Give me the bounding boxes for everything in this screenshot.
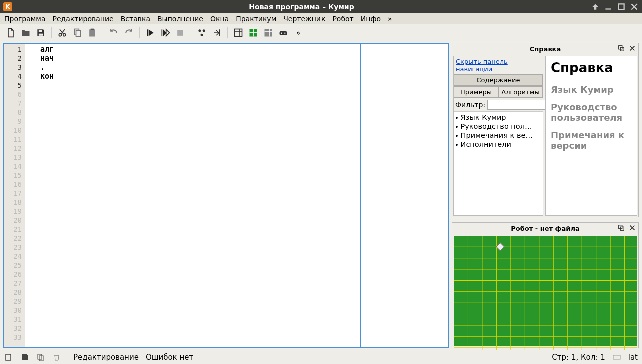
menu-info[interactable]: Инфо xyxy=(361,15,381,23)
svg-point-31 xyxy=(284,32,286,34)
menu-more[interactable]: » xyxy=(388,15,392,23)
robot-panel-title: Робот - нет файла xyxy=(511,225,579,232)
help-section[interactable]: Язык Кумир xyxy=(551,84,632,95)
statusbar: Редактирование Ошибок нет Стр: 1, Кол: 1… xyxy=(0,350,642,364)
help-section[interactable]: Примечания к версии xyxy=(551,130,632,151)
svg-rect-63 xyxy=(613,355,620,359)
cut-button[interactable] xyxy=(56,26,69,39)
status-save-icon[interactable] xyxy=(20,353,29,362)
window-title: Новая программа - Кумир xyxy=(12,3,591,11)
undo-button[interactable] xyxy=(107,26,120,39)
svg-rect-1 xyxy=(618,4,624,9)
status-trash-icon[interactable] xyxy=(52,353,61,362)
status-keyboard-icon[interactable] xyxy=(612,353,621,362)
tree-item[interactable]: Язык Кумир xyxy=(454,113,543,122)
help-content: Справка Язык Кумир Руководство пользоват… xyxy=(545,56,637,216)
toolbar-more-button[interactable]: » xyxy=(292,26,305,39)
tree-item[interactable]: Исполнители xyxy=(454,140,543,149)
copy-button[interactable] xyxy=(71,26,84,39)
close-button[interactable] xyxy=(630,2,639,11)
svg-rect-9 xyxy=(91,28,94,30)
svg-point-13 xyxy=(198,29,201,32)
menu-edit[interactable]: Редактирование xyxy=(53,15,114,23)
minimize-button[interactable] xyxy=(604,2,613,11)
svg-point-15 xyxy=(201,33,203,36)
robot-field[interactable] xyxy=(454,236,637,346)
svg-rect-2 xyxy=(39,30,42,32)
code-editor[interactable]: алгнач.кон xyxy=(25,44,361,347)
svg-rect-58 xyxy=(495,243,596,345)
help-section[interactable]: Руководство пользователя xyxy=(551,102,632,123)
svg-rect-60 xyxy=(38,354,42,359)
line-gutter: 1234567891011121314151617181920212223242… xyxy=(4,44,25,347)
menu-practice[interactable]: Практикум xyxy=(236,15,276,23)
status-errors: Ошибок нет xyxy=(146,353,193,362)
help-panel-title: Справка xyxy=(530,45,561,53)
breakpoint-button[interactable] xyxy=(195,26,208,39)
menubar: Программа Редактирование Вставка Выполне… xyxy=(0,13,642,24)
svg-rect-0 xyxy=(605,8,611,9)
tab-examples[interactable]: Примеры xyxy=(454,86,498,98)
save-file-button[interactable] xyxy=(34,26,47,39)
svg-rect-7 xyxy=(76,30,81,36)
robot-detach-button[interactable] xyxy=(617,224,625,232)
status-mode: Редактирование xyxy=(73,353,139,362)
svg-rect-61 xyxy=(39,356,43,361)
svg-rect-10 xyxy=(147,29,148,36)
svg-rect-59 xyxy=(6,354,11,360)
help-close-button[interactable] xyxy=(628,44,636,52)
svg-rect-29 xyxy=(280,31,287,35)
hide-nav-link[interactable]: Скрыть панель навигации xyxy=(454,56,543,74)
svg-rect-12 xyxy=(177,30,183,36)
svg-point-30 xyxy=(281,32,282,34)
menu-run[interactable]: Выполнение xyxy=(157,15,203,23)
grid2-button[interactable] xyxy=(247,26,260,39)
svg-rect-24 xyxy=(265,29,272,36)
grid1-button[interactable] xyxy=(232,26,245,39)
redo-button[interactable] xyxy=(122,26,135,39)
maximize-button[interactable] xyxy=(617,2,626,11)
toolbar: » xyxy=(0,24,642,41)
paste-button[interactable] xyxy=(86,26,99,39)
svg-rect-8 xyxy=(89,29,95,36)
stop-button[interactable] xyxy=(174,26,187,39)
help-detach-button[interactable] xyxy=(617,44,625,52)
help-tree: Язык Кумир Руководство пол… Примечания к… xyxy=(454,111,543,215)
open-file-button[interactable] xyxy=(19,26,32,39)
status-new-icon[interactable] xyxy=(4,353,13,362)
menu-windows[interactable]: Окна xyxy=(210,15,229,23)
step-button[interactable] xyxy=(159,26,172,39)
new-file-button[interactable] xyxy=(4,26,17,39)
return-button[interactable] xyxy=(210,26,223,39)
filter-label: Фильтр: xyxy=(455,101,485,109)
tab-algorithms[interactable]: Алгоритмы xyxy=(498,86,543,98)
app-icon: K xyxy=(3,2,12,11)
robot-panel: Робот - нет файла xyxy=(452,222,639,348)
output-column xyxy=(361,44,448,347)
grid3-button[interactable] xyxy=(262,26,275,39)
svg-rect-3 xyxy=(39,33,43,35)
tree-item[interactable]: Примечания к ве… xyxy=(454,131,543,140)
editor-panel: 1234567891011121314151617181920212223242… xyxy=(3,43,449,348)
menu-insert[interactable]: Вставка xyxy=(121,15,150,23)
menu-program[interactable]: Программа xyxy=(4,15,46,23)
status-position: Стр: 1, Кол: 1 xyxy=(552,353,605,362)
svg-rect-16 xyxy=(235,29,242,36)
svg-rect-11 xyxy=(162,29,163,36)
controller-button[interactable] xyxy=(277,26,290,39)
menu-robot[interactable]: Робот xyxy=(332,15,353,23)
status-copy-icon[interactable] xyxy=(36,353,45,362)
titlebar: K Новая программа - Кумир xyxy=(0,0,642,13)
arrow-up-icon[interactable] xyxy=(591,2,600,11)
menu-drawer[interactable]: Чертежник xyxy=(283,15,325,23)
svg-point-14 xyxy=(203,29,205,32)
run-button[interactable] xyxy=(144,26,157,39)
tab-contents[interactable]: Содержание xyxy=(454,74,543,86)
help-heading: Справка xyxy=(551,60,632,75)
help-nav: Скрыть панель навигации Содержание Приме… xyxy=(453,56,543,216)
tree-item[interactable]: Руководство пол… xyxy=(454,122,543,131)
status-lang: lat xyxy=(628,353,638,362)
robot-close-button[interactable] xyxy=(628,224,636,232)
help-panel: Справка Скрыть панель навигации Содержан… xyxy=(452,43,639,217)
